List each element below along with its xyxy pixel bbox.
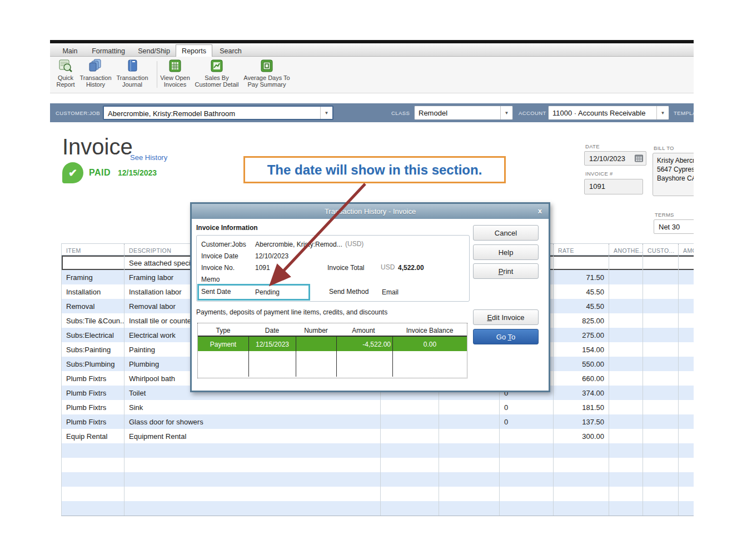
transaction-history-dialog: Transaction History - Invoice x Invoice … [190, 202, 550, 392]
payment-balance-cell[interactable]: 0.00 [392, 337, 467, 351]
quick-report-icon [58, 59, 73, 73]
item-cell[interactable]: Equip Rental [62, 429, 124, 443]
rate-cell[interactable]: 550.00 [553, 357, 609, 371]
terms-dropdown[interactable]: Net 30 [654, 219, 694, 234]
transaction-history-button[interactable]: Transaction History [77, 59, 114, 88]
paid-status-badge: PAID [89, 168, 111, 178]
payments-caption: Payments, deposits of payment line items… [196, 308, 387, 316]
average-days-to-pay-button[interactable]: Average Days To Pay Summary [237, 59, 297, 88]
item-cell[interactable]: Plumb Fixtrs [62, 400, 124, 414]
payment-amount-cell[interactable]: -4,522.00 [336, 337, 392, 351]
description-cell[interactable]: Equipment Rental [124, 429, 380, 443]
item-cell[interactable]: Plumb Fixtrs [62, 386, 124, 400]
rate-cell[interactable]: 137.50 [553, 414, 609, 429]
send-method-value: Email [382, 288, 399, 296]
print-button[interactable]: Print [473, 263, 539, 279]
invoice-information-heading: Invoice Information [196, 224, 258, 232]
customer-jobs-value: Abercrombie, Kristy:Remod... [255, 241, 342, 248]
item-cell[interactable]: Removal [62, 299, 124, 313]
see-history-link[interactable]: See History [130, 153, 167, 162]
item-cell[interactable]: Subs:Tile &Coun... [62, 313, 124, 328]
payment-date-cell[interactable]: 12/15/2023 [248, 337, 296, 351]
sales-by-customer-detail-button[interactable]: Sales By Customer Detail [190, 59, 243, 88]
cancel-button[interactable]: Cancel [473, 225, 539, 241]
close-icon[interactable]: x [538, 207, 542, 215]
edit-invoice-button[interactable]: Edit Invoice [473, 309, 539, 325]
go-to-button[interactable]: Go To [473, 329, 539, 344]
tab-formatting[interactable]: Formatting [84, 45, 132, 57]
tab-search[interactable]: Search [213, 45, 248, 57]
item-cell[interactable]: Installation [62, 284, 124, 299]
average-days-to-pay-icon [260, 59, 274, 73]
tab-reports[interactable]: Reports [176, 44, 212, 57]
account-label: ACCOUNT [519, 110, 546, 116]
table-row[interactable] [62, 487, 694, 501]
invoice-date-value: 12/10/2023 [255, 252, 288, 260]
rate-cell[interactable]: 660.00 [553, 371, 609, 386]
table-row[interactable] [62, 458, 694, 472]
payments-table: Type Date Number Amount Invoice Balance … [197, 323, 467, 378]
tab-main[interactable]: Main [58, 45, 82, 57]
date-label: DATE [585, 143, 600, 149]
tab-send-ship[interactable]: Send/Ship [133, 45, 175, 57]
invoice-date-label: Invoice Date [201, 252, 238, 260]
table-row[interactable] [62, 443, 694, 458]
item-cell[interactable]: Subs:Plumbing [62, 357, 124, 371]
account-dropdown[interactable]: 11000 · Accounts Receivable ▼ [548, 106, 669, 120]
quantity-cell[interactable] [499, 429, 553, 443]
rate-cell[interactable]: 825.00 [553, 313, 609, 328]
item-cell[interactable]: Subs:Electrical [62, 328, 124, 342]
payments-header-row: Type Date Number Amount Invoice Balance [198, 323, 467, 337]
rate-cell[interactable]: 71.50 [553, 270, 609, 284]
page-title: Invoice [62, 134, 133, 159]
sales-by-customer-detail-icon [210, 59, 224, 73]
description-cell[interactable]: Glass door for showers [124, 414, 380, 429]
chevron-down-icon[interactable]: ▼ [656, 106, 669, 119]
customer-job-label: CUSTOMER:JOB [56, 110, 100, 116]
chevron-down-icon[interactable]: ▼ [320, 107, 332, 119]
calendar-icon[interactable] [635, 154, 643, 164]
transaction-journal-button[interactable]: Transaction Journal [114, 59, 151, 88]
item-cell[interactable]: Framing [62, 270, 124, 284]
rate-cell[interactable]: 300.00 [553, 429, 609, 443]
bill-to-label: BILL TO [654, 145, 674, 151]
payment-number-cell[interactable] [296, 337, 336, 351]
quantity-cell[interactable]: 0 [499, 400, 553, 414]
invoice-number-field[interactable]: 1091 [584, 179, 643, 194]
memo-label: Memo [201, 276, 220, 283]
rate-cell[interactable]: 45.50 [553, 299, 609, 313]
rate-cell[interactable]: 374.00 [553, 386, 609, 400]
payment-type-cell[interactable]: Payment [198, 337, 248, 351]
customer-job-dropdown[interactable]: Abercrombie, Kristy:Remodel Bathroom ▼ [103, 106, 333, 120]
invoice-date-field[interactable]: 12/10/2023 [584, 151, 646, 166]
template-label: TEMPLA [674, 110, 694, 116]
type-column-header: Type [198, 323, 248, 336]
chevron-down-icon[interactable]: ▼ [500, 106, 512, 119]
customer-currency: (USD) [345, 240, 363, 248]
rate-cell[interactable]: 154.00 [553, 342, 609, 357]
item-cell[interactable] [62, 256, 124, 270]
table-row[interactable]: Plumb Fixtrs Glass door for showers 0 13… [62, 414, 694, 429]
item-cell[interactable]: Plumb Fixtrs [62, 414, 124, 429]
help-button[interactable]: Help [473, 244, 539, 260]
item-cell[interactable]: Plumb Fixtrs [62, 371, 124, 386]
class-dropdown[interactable]: Remodel ▼ [414, 106, 513, 120]
customer-column-header: CUSTO... [643, 244, 678, 255]
description-cell[interactable]: Sink [124, 400, 380, 414]
rate-cell[interactable]: 181.50 [553, 400, 609, 414]
table-row[interactable] [62, 501, 694, 516]
table-row[interactable] [62, 472, 694, 487]
table-row[interactable]: Plumb Fixtrs Sink 0 181.50 [62, 400, 694, 414]
quick-report-button[interactable]: Quick Report [51, 59, 80, 88]
quantity-cell[interactable]: 0 [499, 414, 553, 429]
rate-cell[interactable]: 45.50 [553, 284, 609, 299]
terms-label: TERMS [655, 212, 674, 218]
payment-row-selected[interactable]: Payment 12/15/2023 -4,522.00 0.00 [198, 337, 467, 351]
invoice-total-value: 4,522.00 [398, 264, 424, 272]
rate-cell[interactable] [553, 256, 609, 270]
item-cell[interactable]: Subs:Painting [62, 342, 124, 357]
table-row[interactable]: Equip Rental Equipment Rental 300.00 [62, 429, 694, 443]
rate-cell[interactable]: 275.00 [553, 328, 609, 342]
dialog-titlebar[interactable]: Transaction History - Invoice x [192, 204, 549, 219]
bill-to-field[interactable]: Kristy Abercro 5647 Cypres Bayshore CA [653, 153, 694, 196]
